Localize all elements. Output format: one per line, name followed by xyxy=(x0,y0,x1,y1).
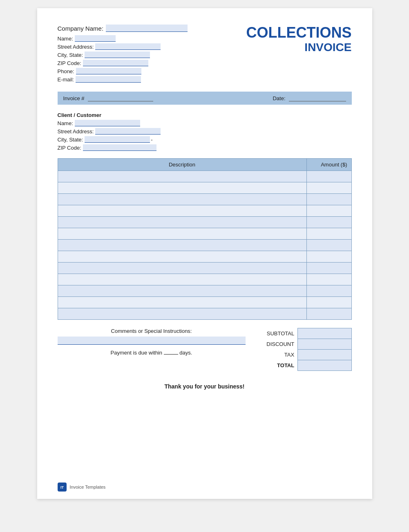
phone-label: Phone: xyxy=(58,68,74,74)
phone-line: Phone: xyxy=(58,68,188,74)
client-street-field[interactable] xyxy=(95,128,161,135)
invoice-bar: Invoice # Date: xyxy=(58,92,352,105)
email-label: E-mail: xyxy=(58,76,74,83)
client-name-label: Name: xyxy=(58,120,73,126)
street-label: Street Address: xyxy=(58,44,94,50)
footer-label: Invoice Templates xyxy=(70,485,106,489)
invoice-page: $ Company Name: Name: Street Address: Ci… xyxy=(37,8,372,499)
thank-you-text: Thank you for your business! xyxy=(58,383,352,390)
client-street-label: Street Address: xyxy=(58,128,94,135)
amount-header: Amount ($) xyxy=(306,159,351,171)
bottom-section: Comments or Special Instructions: Paymen… xyxy=(58,328,352,371)
invoice-number-field[interactable] xyxy=(88,95,153,101)
total-label: DISCOUNT xyxy=(254,339,298,350)
city-field[interactable] xyxy=(85,52,150,58)
city-line: City, State: xyxy=(58,52,188,58)
table-row[interactable] xyxy=(58,308,306,320)
table-row[interactable] xyxy=(58,274,306,285)
footer-logo-icon: IT xyxy=(58,483,67,492)
table-amount-cell[interactable] xyxy=(306,308,351,320)
client-name-line: Name: xyxy=(58,120,352,126)
total-value-field[interactable] xyxy=(298,350,351,360)
table-row[interactable] xyxy=(58,263,306,274)
collections-title: COLLECTIONS xyxy=(246,25,352,41)
table-amount-cell[interactable] xyxy=(306,194,351,205)
client-section: Client / Customer Name: Street Address: … xyxy=(58,112,352,151)
client-zip-label: ZIP Code: xyxy=(58,145,81,151)
table-amount-cell[interactable] xyxy=(306,171,351,182)
name-label: Name: xyxy=(58,36,73,42)
table-amount-cell[interactable] xyxy=(306,205,351,217)
name-line: Name: xyxy=(58,35,188,42)
comments-field[interactable] xyxy=(58,337,246,345)
payment-before-text: Payment is due within xyxy=(111,350,162,356)
desc-header: Description xyxy=(58,159,306,171)
comments-label: Comments or Special Instructions: xyxy=(58,328,246,334)
header-right: COLLECTIONS INVOICE xyxy=(246,25,352,54)
table-amount-cell[interactable] xyxy=(306,217,351,228)
svg-text:IT: IT xyxy=(60,485,64,489)
total-value-field[interactable] xyxy=(298,360,351,371)
city-dash: - xyxy=(151,137,152,143)
table-row[interactable] xyxy=(58,182,306,194)
total-label: TAX xyxy=(254,350,298,360)
company-name-label: Company Name: xyxy=(58,25,104,32)
client-zip-field[interactable] xyxy=(83,144,156,151)
zip-label: ZIP Code: xyxy=(58,60,81,66)
table-amount-cell[interactable] xyxy=(306,182,351,194)
company-name-field[interactable] xyxy=(106,25,188,32)
client-title: Client / Customer xyxy=(58,112,352,118)
total-label: TOTAL xyxy=(254,360,298,371)
client-city-label: City, State: xyxy=(58,137,83,143)
zip-field[interactable] xyxy=(83,60,148,66)
table-amount-cell[interactable] xyxy=(306,274,351,285)
email-field[interactable] xyxy=(76,76,141,83)
table-row[interactable] xyxy=(58,240,306,251)
table-row[interactable] xyxy=(58,194,306,205)
date-field[interactable] xyxy=(289,95,346,101)
bottom-left: Comments or Special Instructions: Paymen… xyxy=(58,328,246,371)
table-row[interactable] xyxy=(58,205,306,217)
total-label: SUBTOTAL xyxy=(254,328,298,339)
table-row[interactable] xyxy=(58,251,306,263)
payment-due-line: Payment is due within days. xyxy=(58,349,246,356)
client-zip-line: ZIP Code: xyxy=(58,144,352,151)
invoice-bar-left: Invoice # xyxy=(63,95,153,101)
table-row[interactable] xyxy=(58,171,306,182)
bottom-right: SUBTOTALDISCOUNTTAXTOTAL xyxy=(254,328,352,371)
table-amount-cell[interactable] xyxy=(306,240,351,251)
footer: IT Invoice Templates xyxy=(58,483,106,492)
table-row[interactable] xyxy=(58,297,306,308)
client-name-field[interactable] xyxy=(75,120,140,126)
header: Company Name: Name: Street Address: City… xyxy=(58,25,352,84)
zip-line: ZIP Code: xyxy=(58,60,188,66)
table-amount-cell[interactable] xyxy=(306,228,351,240)
payment-days-field[interactable] xyxy=(164,349,178,355)
total-value-field[interactable] xyxy=(298,328,351,339)
table-row[interactable] xyxy=(58,217,306,228)
street-field[interactable] xyxy=(95,43,161,50)
client-city-line: City, State: - xyxy=(58,136,352,143)
invoice-bar-right: Date: xyxy=(273,95,346,101)
date-label: Date: xyxy=(273,95,285,101)
table-row[interactable] xyxy=(58,228,306,240)
table-amount-cell[interactable] xyxy=(306,263,351,274)
client-city-field[interactable] xyxy=(85,136,150,143)
email-line: E-mail: xyxy=(58,76,188,83)
company-name-line: Company Name: xyxy=(58,25,188,32)
city-label: City, State: xyxy=(58,52,83,58)
table-amount-cell[interactable] xyxy=(306,285,351,297)
table-row[interactable] xyxy=(58,285,306,297)
table-amount-cell[interactable] xyxy=(306,297,351,308)
street-line: Street Address: xyxy=(58,43,188,50)
totals-table: SUBTOTALDISCOUNTTAXTOTAL xyxy=(254,328,352,371)
description-table: Description Amount ($) xyxy=(58,158,352,320)
phone-field[interactable] xyxy=(76,68,141,74)
invoice-number-label: Invoice # xyxy=(63,95,85,101)
header-left: Company Name: Name: Street Address: City… xyxy=(58,25,188,84)
payment-after-text: days. xyxy=(179,350,192,356)
table-amount-cell[interactable] xyxy=(306,251,351,263)
total-value-field[interactable] xyxy=(298,339,351,350)
name-field[interactable] xyxy=(75,35,116,42)
client-street-line: Street Address: xyxy=(58,128,352,135)
